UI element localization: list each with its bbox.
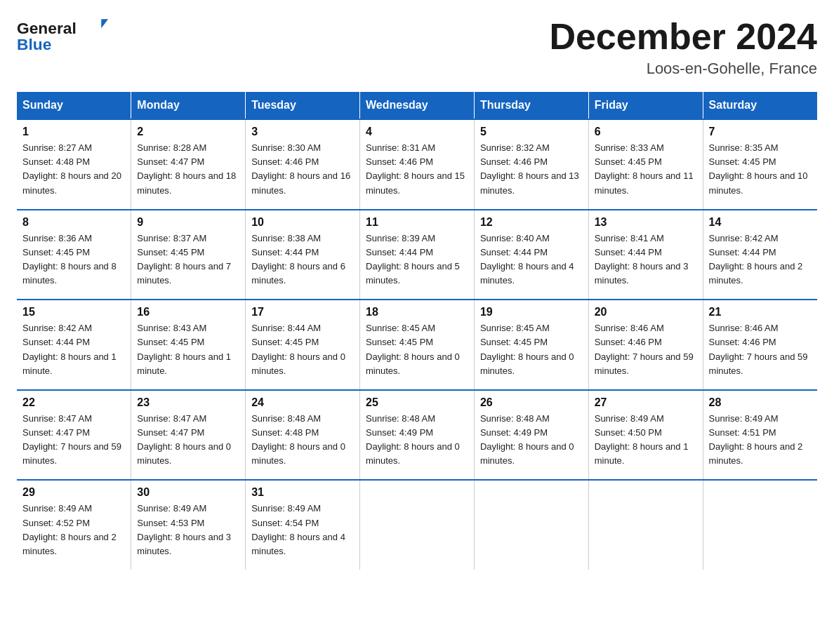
day-info: Sunrise: 8:48 AMSunset: 4:49 PMDaylight:… <box>366 412 468 469</box>
calendar-week-5: 29Sunrise: 8:49 AMSunset: 4:52 PMDayligh… <box>17 480 817 570</box>
day-info: Sunrise: 8:48 AMSunset: 4:49 PMDaylight:… <box>480 412 583 469</box>
day-number: 16 <box>137 306 239 318</box>
day-number: 31 <box>251 486 354 499</box>
calendar-cell: 5Sunrise: 8:32 AMSunset: 4:46 PMDaylight… <box>474 119 588 210</box>
logo-svg: General Blue <box>17 17 108 54</box>
day-number: 26 <box>480 396 583 409</box>
calendar-cell: 16Sunrise: 8:43 AMSunset: 4:45 PMDayligh… <box>131 300 246 390</box>
calendar-cell: 28Sunrise: 8:49 AMSunset: 4:51 PMDayligh… <box>703 390 817 481</box>
day-number: 3 <box>251 126 354 138</box>
calendar-cell: 14Sunrise: 8:42 AMSunset: 4:44 PMDayligh… <box>703 210 817 300</box>
day-info: Sunrise: 8:41 AMSunset: 4:44 PMDaylight:… <box>595 232 697 288</box>
day-number: 2 <box>137 126 239 138</box>
weekday-header-saturday: Saturday <box>703 92 817 119</box>
day-info: Sunrise: 8:31 AMSunset: 4:46 PMDaylight:… <box>366 141 468 198</box>
day-info: Sunrise: 8:43 AMSunset: 4:45 PMDaylight:… <box>137 321 239 378</box>
day-number: 28 <box>709 396 812 409</box>
day-number: 18 <box>366 306 468 318</box>
day-number: 5 <box>480 126 583 138</box>
day-number: 30 <box>137 486 239 499</box>
calendar-cell: 17Sunrise: 8:44 AMSunset: 4:45 PMDayligh… <box>246 300 360 390</box>
day-info: Sunrise: 8:28 AMSunset: 4:47 PMDaylight:… <box>137 141 239 198</box>
title-block: December 2024 Loos-en-Gohelle, France <box>549 17 817 78</box>
weekday-header-thursday: Thursday <box>474 92 588 119</box>
day-info: Sunrise: 8:46 AMSunset: 4:46 PMDaylight:… <box>709 321 812 378</box>
day-number: 23 <box>137 396 239 409</box>
calendar-cell: 22Sunrise: 8:47 AMSunset: 4:47 PMDayligh… <box>17 390 131 481</box>
day-info: Sunrise: 8:36 AMSunset: 4:45 PMDaylight:… <box>22 232 125 288</box>
day-info: Sunrise: 8:39 AMSunset: 4:44 PMDaylight:… <box>366 232 468 288</box>
day-number: 25 <box>366 396 468 409</box>
day-info: Sunrise: 8:35 AMSunset: 4:45 PMDaylight:… <box>709 141 812 198</box>
calendar-cell: 9Sunrise: 8:37 AMSunset: 4:45 PMDaylight… <box>131 210 246 300</box>
calendar-table: SundayMondayTuesdayWednesdayThursdayFrid… <box>17 92 817 570</box>
day-info: Sunrise: 8:47 AMSunset: 4:47 PMDaylight:… <box>22 412 125 469</box>
weekday-header-row: SundayMondayTuesdayWednesdayThursdayFrid… <box>17 92 817 119</box>
logo: General Blue <box>17 17 108 54</box>
day-number: 13 <box>595 216 697 229</box>
svg-text:Blue: Blue <box>17 35 51 53</box>
day-info: Sunrise: 8:38 AMSunset: 4:44 PMDaylight:… <box>251 232 354 288</box>
day-number: 8 <box>22 216 125 229</box>
day-number: 6 <box>595 126 697 138</box>
calendar-cell: 26Sunrise: 8:48 AMSunset: 4:49 PMDayligh… <box>474 390 588 481</box>
day-number: 10 <box>251 216 354 229</box>
day-info: Sunrise: 8:45 AMSunset: 4:45 PMDaylight:… <box>366 321 468 378</box>
day-info: Sunrise: 8:44 AMSunset: 4:45 PMDaylight:… <box>251 321 354 378</box>
day-number: 7 <box>709 126 812 138</box>
calendar-cell: 1Sunrise: 8:27 AMSunset: 4:48 PMDaylight… <box>17 119 131 210</box>
weekday-header-friday: Friday <box>588 92 703 119</box>
svg-marker-1 <box>101 19 108 28</box>
calendar-cell: 18Sunrise: 8:45 AMSunset: 4:45 PMDayligh… <box>360 300 475 390</box>
calendar-cell: 2Sunrise: 8:28 AMSunset: 4:47 PMDaylight… <box>131 119 246 210</box>
day-info: Sunrise: 8:49 AMSunset: 4:54 PMDaylight:… <box>251 502 354 558</box>
page-header: General Blue December 2024 Loos-en-Gohel… <box>17 17 817 78</box>
day-info: Sunrise: 8:42 AMSunset: 4:44 PMDaylight:… <box>709 232 812 288</box>
calendar-week-1: 1Sunrise: 8:27 AMSunset: 4:48 PMDaylight… <box>17 119 817 210</box>
weekday-header-wednesday: Wednesday <box>360 92 475 119</box>
day-info: Sunrise: 8:37 AMSunset: 4:45 PMDaylight:… <box>137 232 239 288</box>
calendar-cell: 29Sunrise: 8:49 AMSunset: 4:52 PMDayligh… <box>17 480 131 570</box>
calendar-cell <box>360 480 475 570</box>
calendar-cell: 15Sunrise: 8:42 AMSunset: 4:44 PMDayligh… <box>17 300 131 390</box>
calendar-cell: 21Sunrise: 8:46 AMSunset: 4:46 PMDayligh… <box>703 300 817 390</box>
day-number: 4 <box>366 126 468 138</box>
calendar-cell: 13Sunrise: 8:41 AMSunset: 4:44 PMDayligh… <box>588 210 703 300</box>
calendar-cell: 4Sunrise: 8:31 AMSunset: 4:46 PMDaylight… <box>360 119 475 210</box>
day-number: 27 <box>595 396 697 409</box>
calendar-cell: 23Sunrise: 8:47 AMSunset: 4:47 PMDayligh… <box>131 390 246 481</box>
day-number: 12 <box>480 216 583 229</box>
day-number: 21 <box>709 306 812 318</box>
calendar-cell: 10Sunrise: 8:38 AMSunset: 4:44 PMDayligh… <box>246 210 360 300</box>
calendar-cell <box>703 480 817 570</box>
calendar-cell: 19Sunrise: 8:45 AMSunset: 4:45 PMDayligh… <box>474 300 588 390</box>
calendar-cell: 20Sunrise: 8:46 AMSunset: 4:46 PMDayligh… <box>588 300 703 390</box>
day-info: Sunrise: 8:33 AMSunset: 4:45 PMDaylight:… <box>595 141 697 198</box>
day-number: 22 <box>22 396 125 409</box>
day-info: Sunrise: 8:48 AMSunset: 4:48 PMDaylight:… <box>251 412 354 469</box>
day-number: 17 <box>251 306 354 318</box>
calendar-cell: 12Sunrise: 8:40 AMSunset: 4:44 PMDayligh… <box>474 210 588 300</box>
location: Loos-en-Gohelle, France <box>549 60 817 78</box>
day-info: Sunrise: 8:46 AMSunset: 4:46 PMDaylight:… <box>595 321 697 378</box>
day-number: 9 <box>137 216 239 229</box>
day-info: Sunrise: 8:32 AMSunset: 4:46 PMDaylight:… <box>480 141 583 198</box>
weekday-header-tuesday: Tuesday <box>246 92 360 119</box>
day-info: Sunrise: 8:49 AMSunset: 4:51 PMDaylight:… <box>709 412 812 469</box>
day-info: Sunrise: 8:49 AMSunset: 4:50 PMDaylight:… <box>595 412 697 469</box>
day-number: 1 <box>22 126 125 138</box>
day-info: Sunrise: 8:49 AMSunset: 4:52 PMDaylight:… <box>22 502 125 558</box>
calendar-cell: 25Sunrise: 8:48 AMSunset: 4:49 PMDayligh… <box>360 390 475 481</box>
day-info: Sunrise: 8:30 AMSunset: 4:46 PMDaylight:… <box>251 141 354 198</box>
day-info: Sunrise: 8:42 AMSunset: 4:44 PMDaylight:… <box>22 321 125 378</box>
calendar-cell: 27Sunrise: 8:49 AMSunset: 4:50 PMDayligh… <box>588 390 703 481</box>
calendar-cell: 30Sunrise: 8:49 AMSunset: 4:53 PMDayligh… <box>131 480 246 570</box>
day-number: 15 <box>22 306 125 318</box>
calendar-cell: 8Sunrise: 8:36 AMSunset: 4:45 PMDaylight… <box>17 210 131 300</box>
day-number: 11 <box>366 216 468 229</box>
calendar-week-4: 22Sunrise: 8:47 AMSunset: 4:47 PMDayligh… <box>17 390 817 481</box>
calendar-week-3: 15Sunrise: 8:42 AMSunset: 4:44 PMDayligh… <box>17 300 817 390</box>
calendar-cell: 31Sunrise: 8:49 AMSunset: 4:54 PMDayligh… <box>246 480 360 570</box>
day-info: Sunrise: 8:47 AMSunset: 4:47 PMDaylight:… <box>137 412 239 469</box>
calendar-cell: 11Sunrise: 8:39 AMSunset: 4:44 PMDayligh… <box>360 210 475 300</box>
